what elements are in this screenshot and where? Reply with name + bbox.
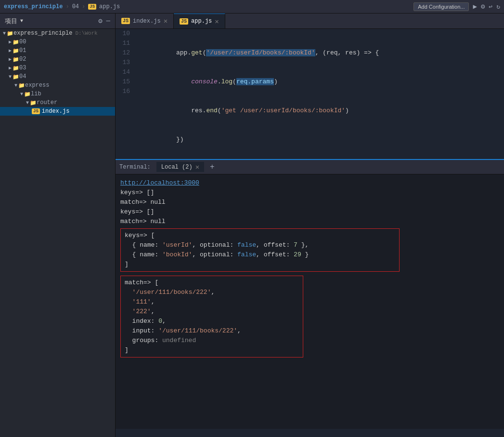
arrow-icon-01: ▶ xyxy=(9,48,12,53)
terminal-output: http://localhost:3000 keys=> [] match=> … xyxy=(116,174,504,429)
terminal-section: Terminal: Local (2) ✕ + http://localhost… xyxy=(116,159,504,429)
tree-item-00[interactable]: ▶ 📁 00 xyxy=(0,38,115,46)
settings-icon[interactable]: ⚙ xyxy=(98,17,102,25)
tree-item-router[interactable]: ▼ 📁 router xyxy=(0,98,115,107)
tree-label-04: 04 xyxy=(19,73,26,80)
code-line-11: app.get('/user/:userId/books/:bookId', (… xyxy=(139,39,500,67)
terminal-keys-line-3: { name: 'bookId', optional: false, offse… xyxy=(125,250,395,260)
file-tree: ▼ 📁 express_principle D:\Work ▶ 📁 00 ▶ 📁… xyxy=(0,29,115,437)
breadcrumb-folder: 04 xyxy=(72,3,79,10)
terminal-tab-bar: Terminal: Local (2) ✕ + xyxy=(116,160,504,174)
run-icon[interactable]: ▶ xyxy=(473,2,477,11)
terminal-match-line-1: match=> [ xyxy=(125,278,299,288)
undo-icon[interactable]: ↩ xyxy=(489,3,492,11)
arrow-icon-lib: ▼ xyxy=(20,92,23,97)
tree-item-indexjs[interactable]: JS index.js xyxy=(0,107,115,116)
tree-item-root[interactable]: ▼ 📁 express_principle D:\Work xyxy=(0,29,115,38)
tree-label-01: 01 xyxy=(19,47,26,54)
tab-close-appjs[interactable]: ✕ xyxy=(215,17,219,26)
add-configuration-button[interactable]: Add Configuration... xyxy=(414,2,469,11)
tree-label-03: 03 xyxy=(19,65,26,71)
breadcrumb-sep1: › xyxy=(65,3,69,10)
terminal-match-line-6: input: '/user/111/books/222', xyxy=(125,326,299,336)
breadcrumb-file: app.js xyxy=(99,3,120,10)
tree-item-02[interactable]: ▶ 📁 02 xyxy=(0,55,115,64)
folder-icon-02: 📁 xyxy=(13,56,19,63)
tab-js-icon-1: JS xyxy=(121,18,130,24)
tree-label-lib: lib xyxy=(31,91,41,97)
terminal-close-icon[interactable]: ✕ xyxy=(195,163,199,171)
folder-icon: 📁 xyxy=(7,30,13,37)
tab-label-indexjs: index.js xyxy=(133,18,161,25)
terminal-match-line-2: '/user/111/books/222', xyxy=(125,288,299,297)
code-line-10 xyxy=(139,29,500,39)
arrow-icon: ▼ xyxy=(3,31,6,36)
tree-item-lib[interactable]: ▼ 📁 lib xyxy=(0,90,115,98)
terminal-match-line-8: ] xyxy=(125,345,299,355)
terminal-match-line-4: '222', xyxy=(125,307,299,317)
folder-icon-04: 📁 xyxy=(13,74,19,80)
redo-icon[interactable]: ↻ xyxy=(496,3,500,11)
arrow-icon-00: ▶ xyxy=(9,39,12,45)
tree-item-01[interactable]: ▶ 📁 01 xyxy=(0,46,115,55)
minimize-icon[interactable]: — xyxy=(106,17,110,25)
tab-appjs[interactable]: JS app.js ✕ xyxy=(174,13,225,28)
top-bar: express_principle › 04 › JS app.js Add C… xyxy=(0,0,504,13)
code-editor: 10 11 12 13 14 15 16 app.get('/user/:use… xyxy=(116,29,504,159)
folder-icon-03: 📁 xyxy=(13,65,19,71)
editor-area: JS index.js ✕ JS app.js ✕ 10 11 12 13 14… xyxy=(116,13,504,437)
terminal-label: Terminal: xyxy=(119,164,151,171)
arrow-icon-04: ▼ xyxy=(9,74,12,79)
gear-icon[interactable]: ⚙ xyxy=(481,2,485,11)
tree-path: D:\Work xyxy=(75,30,97,36)
tree-item-04[interactable]: ▼ 📁 04 xyxy=(0,72,115,81)
terminal-tab-local[interactable]: Local (2) ✕ xyxy=(156,162,204,172)
terminal-match-line-3: '111', xyxy=(125,297,299,307)
code-content: app.get('/user/:userId/books/:bookId', (… xyxy=(135,29,504,159)
sidebar: 项目 ▼ ⚙ — ▼ 📁 express_principle D:\Work ▶… xyxy=(0,13,116,437)
sidebar-header: 项目 ▼ ⚙ — xyxy=(0,13,115,29)
tab-js-icon-2: JS xyxy=(180,18,188,25)
tree-label-router: router xyxy=(37,99,57,106)
folder-icon-express: 📁 xyxy=(18,82,25,89)
arrow-icon-express: ▼ xyxy=(14,83,17,88)
terminal-match-line-7: groups: undefined xyxy=(125,336,299,345)
tree-label-02: 02 xyxy=(19,56,26,63)
tab-close-indexjs[interactable]: ✕ xyxy=(164,17,168,25)
line-numbers: 10 11 12 13 14 15 16 xyxy=(116,29,135,159)
tree-item-03[interactable]: ▶ 📁 03 xyxy=(0,64,115,72)
terminal-tab-name: Local (2) xyxy=(161,164,193,171)
terminal-url[interactable]: http://localhost:3000 xyxy=(120,179,199,186)
tab-indexjs[interactable]: JS index.js ✕ xyxy=(116,13,174,28)
arrow-icon-02: ▶ xyxy=(9,56,12,62)
tree-item-express[interactable]: ▼ 📁 express xyxy=(0,81,115,90)
folder-icon-router: 📁 xyxy=(30,100,37,106)
tree-label-indexjs: index.js xyxy=(42,108,70,115)
top-bar-right: Add Configuration... ▶ ⚙ ↩ ↻ xyxy=(414,2,500,11)
terminal-new-tab-icon[interactable]: + xyxy=(210,163,215,172)
terminal-keys-line-2: { name: 'userId', optional: false, offse… xyxy=(125,240,395,250)
terminal-line-4: match=> null xyxy=(120,217,499,226)
terminal-match-line-5: index: 0, xyxy=(125,317,299,326)
terminal-line-3: keys=> [] xyxy=(120,207,499,217)
file-icon-js-indexjs: JS xyxy=(32,108,40,114)
tree-label-root: express_principle xyxy=(13,30,72,37)
sidebar-header-icons: ⚙ — xyxy=(98,17,110,25)
breadcrumb-project: express_principle xyxy=(4,3,63,10)
tab-bar: JS index.js ✕ JS app.js ✕ xyxy=(116,13,504,29)
code-line-12: console.log(req.params) xyxy=(139,67,500,96)
chevron-down-icon: ▼ xyxy=(20,18,23,24)
code-line-15: // app.post('/about', (req, res) => { xyxy=(139,154,500,159)
arrow-icon-router: ▼ xyxy=(26,100,29,106)
terminal-keys-line-1: keys=> [ xyxy=(125,231,395,240)
main-layout: 项目 ▼ ⚙ — ▼ 📁 express_principle D:\Work ▶… xyxy=(0,13,504,437)
tab-label-appjs: app.js xyxy=(191,18,212,25)
sidebar-label: 项目 xyxy=(5,17,17,26)
code-line-13: res.end('get /user/:userId/books/:bookId… xyxy=(139,96,500,125)
terminal-keys-line-4: ] xyxy=(125,260,395,269)
terminal-url-line[interactable]: http://localhost:3000 xyxy=(120,178,499,188)
code-line-14: }) xyxy=(139,125,500,154)
terminal-match-box: match=> [ '/user/111/books/222', '111', … xyxy=(120,276,303,358)
tree-label-00: 00 xyxy=(19,39,26,45)
folder-icon-lib: 📁 xyxy=(24,91,31,97)
